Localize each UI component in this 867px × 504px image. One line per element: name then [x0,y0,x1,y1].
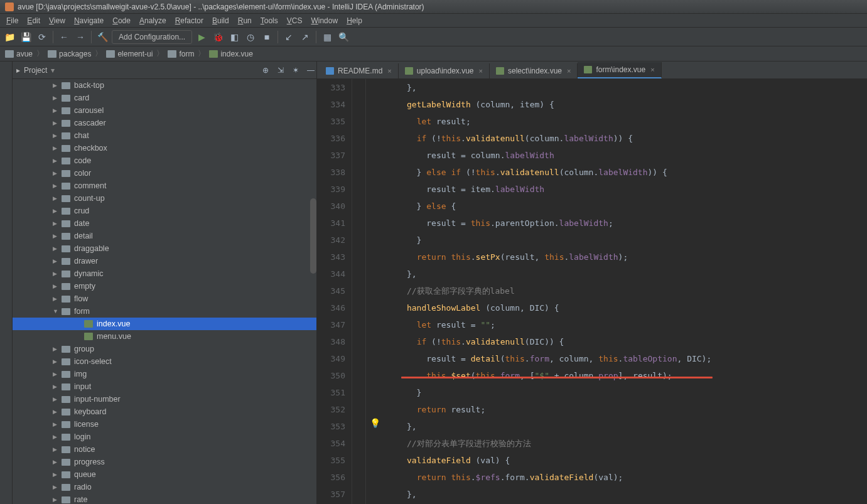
tree-folder-img[interactable]: ▶img [13,368,316,380]
build-icon[interactable]: 🔨 [95,30,109,44]
tree-folder-group[interactable]: ▶group [13,343,316,355]
chevron-right-icon[interactable]: ▶ [53,82,58,88]
chevron-right-icon[interactable]: ▶ [53,434,58,440]
menu-view[interactable]: View [45,15,69,26]
open-icon[interactable]: 📁 [3,30,16,44]
tree-file-index.vue[interactable]: index.vue [13,318,316,330]
chevron-right-icon[interactable]: ▶ [53,233,58,239]
tree-folder-progress[interactable]: ▶progress [13,456,316,468]
tree-folder-code[interactable]: ▶code [13,154,316,167]
tree-folder-keyboard[interactable]: ▶keyboard [13,405,316,418]
tree-folder-dynamic[interactable]: ▶dynamic [13,267,316,280]
close-tab-icon[interactable]: × [650,66,654,73]
debug-icon[interactable]: 🐞 [211,30,225,44]
chevron-right-icon[interactable]: ▶ [53,220,58,227]
chevron-right-icon[interactable]: ▶ [53,120,58,126]
tree-folder-carousel[interactable]: ▶carousel [13,104,316,117]
tree-folder-color[interactable]: ▶color [13,167,316,180]
breadcrumb-item[interactable]: index.vue [207,50,255,58]
tree-folder-checkbox[interactable]: ▶checkbox [13,142,316,154]
tree-folder-back-top[interactable]: ▶back-top [13,79,316,92]
close-tab-icon[interactable]: × [567,67,571,75]
tree-folder-license[interactable]: ▶license [13,418,316,431]
tree-folder-cascader[interactable]: ▶cascader [13,117,316,129]
chevron-down-icon[interactable]: ▼ [53,308,58,314]
breadcrumb-item[interactable]: form [165,50,197,58]
close-tab-icon[interactable]: × [387,67,391,75]
tree-folder-input-number[interactable]: ▶input-number [13,393,316,405]
chevron-right-icon[interactable]: ▶ [53,296,58,302]
chevron-right-icon[interactable]: ▶ [53,459,58,465]
chevron-right-icon[interactable]: ▶ [53,471,58,478]
editor-tab[interactable]: README.md× [320,63,399,78]
chevron-right-icon[interactable]: ▶ [53,208,58,214]
chevron-right-icon[interactable]: ▶ [53,170,58,176]
close-tab-icon[interactable]: × [479,67,483,75]
coverage-icon[interactable]: ◧ [227,30,241,44]
chevron-right-icon[interactable]: ▶ [53,446,58,453]
chevron-right-icon[interactable]: ▶ [53,258,58,264]
chevron-right-icon[interactable]: ▶ [53,195,58,201]
git-push-icon[interactable]: ↗ [298,30,312,44]
structure-icon[interactable]: ▦ [320,30,334,44]
breadcrumb-item[interactable]: packages [45,50,94,58]
chevron-right-icon[interactable]: ▶ [53,371,58,377]
tree-folder-form[interactable]: ▼form [13,305,316,318]
menu-build[interactable]: Build [208,15,233,26]
collapse-all-icon[interactable]: ⇲ [275,65,286,76]
back-icon[interactable]: ← [57,30,71,44]
tool-window-strip[interactable] [0,62,13,504]
chevron-right-icon[interactable]: ▶ [53,95,58,101]
tree-folder-drawer[interactable]: ▶drawer [13,255,316,267]
menu-edit[interactable]: Edit [23,15,44,26]
chevron-right-icon[interactable]: ▶ [53,183,58,189]
chevron-right-icon[interactable]: ▶ [53,484,58,490]
menu-file[interactable]: File [3,15,22,26]
save-all-icon[interactable]: 💾 [19,30,33,44]
breadcrumb-item[interactable]: element-ui [104,50,155,58]
tree-folder-notice[interactable]: ▶notice [13,443,316,456]
profile-icon[interactable]: ◷ [244,30,257,44]
chevron-right-icon[interactable]: ▶ [53,283,58,289]
chevron-right-icon[interactable]: ▶ [53,245,58,252]
git-icon[interactable]: ↙ [282,30,296,44]
tree-folder-chat[interactable]: ▶chat [13,129,316,142]
sync-icon[interactable]: ⟳ [35,30,49,44]
menu-run[interactable]: Run [234,15,256,26]
menu-analyze[interactable]: Analyze [136,15,170,26]
project-tree[interactable]: ▶back-top▶card▶carousel▶cascader▶chat▶ch… [13,79,316,504]
stop-icon[interactable]: ■ [260,30,274,44]
editor-tab[interactable]: upload\index.vue× [399,63,490,78]
tree-folder-empty[interactable]: ▶empty [13,280,316,292]
editor-tab[interactable]: select\index.vue× [490,63,578,78]
tree-folder-radio[interactable]: ▶radio [13,481,316,493]
fold-gutter[interactable]: 💡 [352,79,366,504]
chevron-right-icon[interactable]: ▶ [53,132,58,139]
tree-folder-date[interactable]: ▶date [13,217,316,230]
breadcrumb-item[interactable]: avue [3,50,35,58]
menu-help[interactable]: Help [343,15,366,26]
chevron-right-icon[interactable]: ▶ [53,421,58,427]
scrollbar-thumb[interactable] [310,198,316,274]
hide-icon[interactable]: — [305,65,316,76]
tree-folder-flow[interactable]: ▶flow [13,292,316,305]
code-editor[interactable]: 333 334 335 336 337 338 339 340 341 342 … [317,79,867,504]
tree-folder-count-up[interactable]: ▶count-up [13,192,316,205]
project-label[interactable]: Project [24,66,47,75]
tree-folder-rate[interactable]: ▶rate [13,493,316,504]
chevron-right-icon[interactable]: ▶ [53,271,58,277]
menu-vcs[interactable]: VCS [283,15,306,26]
tree-folder-card[interactable]: ▶card [13,92,316,104]
menu-code[interactable]: Code [109,15,134,26]
chevron-right-icon[interactable]: ▶ [53,158,58,164]
tree-folder-detail[interactable]: ▶detail [13,230,316,242]
tree-folder-comment[interactable]: ▶comment [13,180,316,192]
search-everywhere-icon[interactable]: 🔍 [337,30,350,44]
tree-folder-queue[interactable]: ▶queue [13,468,316,481]
tree-folder-login[interactable]: ▶login [13,431,316,443]
chevron-right-icon[interactable]: ▶ [53,358,58,365]
code-content[interactable]: }, getLabelWidth (column, item) { let re… [366,79,867,504]
menu-window[interactable]: Window [307,15,342,26]
tree-folder-icon-select[interactable]: ▶icon-select [13,355,316,368]
chevron-right-icon[interactable]: ▶ [53,396,58,402]
